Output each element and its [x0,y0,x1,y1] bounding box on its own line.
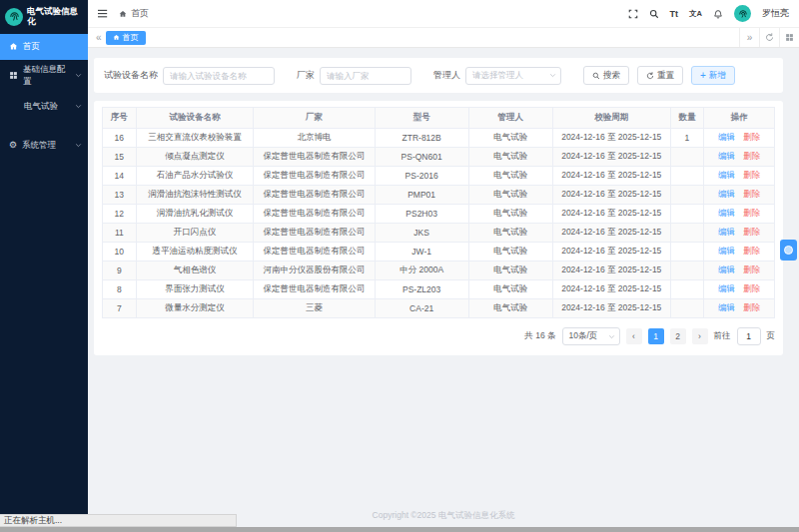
add-button[interactable]: + 新增 [691,66,735,85]
breadcrumb[interactable]: 首页 [119,7,149,20]
tab-home[interactable]: 首页 [106,31,146,45]
sidebar-item-basic-config[interactable]: 基础信息配置 [0,60,88,92]
breadcrumb-label: 首页 [131,7,149,20]
tab-label: 首页 [123,32,139,43]
cell-period: 2024-12-16 至 2025-12-15 [552,167,670,186]
edit-link[interactable]: 编辑 [718,208,735,218]
sidebar-item-system-management[interactable]: ⚙ 系统管理 [0,130,88,162]
delete-link[interactable]: 删除 [743,302,760,312]
top-header: 首页 Tt 文A 罗恒亮 [88,0,799,28]
delete-link[interactable]: 删除 [743,208,760,218]
fullscreen-icon[interactable] [628,9,638,19]
manager-select[interactable]: 请选择管理人 [465,67,561,85]
cell-vendor: 河南中分仪器股份有限公司 [254,262,375,280]
floating-assistant-button[interactable] [780,240,797,261]
edit-link[interactable]: 编辑 [718,132,735,142]
goto-page-input[interactable] [737,327,761,345]
delete-link[interactable]: 删除 [743,265,760,274]
manager-label: 管理人 [433,69,460,82]
delete-link[interactable]: 删除 [743,151,760,161]
vendor-input[interactable] [320,67,411,85]
cell-vendor: 保定普世电器制造有限公司 [254,205,375,224]
cell-operation: 编辑 删除 [704,148,775,167]
bell-icon[interactable] [713,9,723,19]
cell-period: 2024-12-16 至 2025-12-15 [552,129,670,148]
edit-link[interactable]: 编辑 [718,151,735,161]
edit-link[interactable]: 编辑 [718,246,735,256]
tabs-scroll-right-icon[interactable]: » [739,28,759,47]
edit-link[interactable]: 编辑 [718,265,735,274]
cell-no: 15 [103,148,137,167]
table-row: 16 三相交直流仪表校验装置 北京博电 ZTR-812B 电气试验 2024-1… [103,129,775,148]
cell-operation: 编辑 删除 [704,262,775,280]
edit-link[interactable]: 编辑 [718,302,735,312]
refresh-icon [646,72,654,80]
delete-link[interactable]: 删除 [743,283,760,293]
prev-page-icon[interactable]: ‹ [626,328,642,344]
home-icon [9,42,18,51]
translate-icon[interactable]: 文A [689,9,702,19]
edit-link[interactable]: 编辑 [718,170,735,180]
font-size-icon[interactable]: Tt [670,9,679,19]
delete-link[interactable]: 删除 [743,189,760,199]
cell-qty: 1 [670,129,704,148]
next-page-icon[interactable]: › [692,328,708,344]
vendor-label: 厂家 [297,69,315,82]
search-button[interactable]: 搜索 [583,66,629,85]
reset-button[interactable]: 重置 [637,66,683,85]
equipment-table: 序号 试验设备名称 厂家 型号 管理人 校验周期 数量 操作 16 三相交直流仪… [102,107,775,318]
cell-operation: 编辑 删除 [704,280,775,299]
cell-model: PS2H03 [375,205,468,224]
delete-link[interactable]: 删除 [743,227,760,237]
device-name-input[interactable] [163,67,275,85]
edit-link[interactable]: 编辑 [718,227,735,237]
table-header-row: 序号 试验设备名称 厂家 型号 管理人 校验周期 数量 操作 [103,108,775,129]
main-area: 首页 Tt 文A 罗恒亮 « 首页 » [88,0,799,532]
page-button-2[interactable]: 2 [670,328,686,344]
page-size-select[interactable]: 10条/页 [562,327,620,345]
table-row: 10 透平油运动粘度测试仪 保定普世电器制造有限公司 JW-1 电气试验 202… [103,243,775,262]
sidebar-item-home[interactable]: 首页 [0,34,88,60]
user-avatar[interactable] [734,5,751,22]
sidebar-item-electrical-test[interactable]: 电气试验 [0,92,88,122]
fingerprint-logo-icon [5,8,23,26]
tabs-collapse-left-icon[interactable]: « [92,33,106,43]
cell-model: PS-2016 [375,167,468,186]
cell-manager: 电气试验 [468,129,552,148]
col-vendor: 厂家 [254,108,375,129]
cell-model: 中分 2000A [375,262,468,280]
refresh-icon[interactable] [759,28,779,47]
search-icon[interactable] [649,9,659,19]
cell-operation: 编辑 删除 [704,186,775,205]
cell-period: 2024-12-16 至 2025-12-15 [552,243,670,262]
edit-link[interactable]: 编辑 [718,283,735,293]
delete-link[interactable]: 删除 [743,170,760,180]
chevron-down-icon [75,103,82,110]
table-row: 7 微量水分测定仪 三菱 CA-21 电气试验 2024-12-16 至 202… [103,299,775,318]
cell-device-name: 润滑油抗泡沫特性测试仪 [136,186,254,205]
cell-vendor: 保定普世电器制造有限公司 [254,280,375,299]
header-toolbar: Tt 文A 罗恒亮 [628,5,789,22]
cell-no: 16 [103,129,137,148]
cell-operation: 编辑 删除 [704,129,775,148]
delete-link[interactable]: 删除 [743,132,760,142]
layout-grid-icon[interactable] [779,28,799,47]
delete-link[interactable]: 删除 [743,246,760,256]
fingerprint-icon [738,9,748,19]
cell-model: JW-1 [375,243,468,262]
cell-operation: 编辑 删除 [704,205,775,224]
cell-qty [670,299,704,318]
app-title: 电气试验信息化 [27,7,83,27]
hamburger-menu-icon[interactable] [98,8,109,19]
equipment-table-card: 序号 试验设备名称 厂家 型号 管理人 校验周期 数量 操作 16 三相交直流仪… [94,101,783,355]
cell-model: PS-ZL203 [375,280,468,299]
edit-link[interactable]: 编辑 [718,189,735,199]
username[interactable]: 罗恒亮 [762,7,789,20]
sidebar-item-label: 首页 [23,41,40,53]
cell-manager: 电气试验 [468,299,552,318]
cell-model: ZTR-812B [375,129,468,148]
bottom-scrollbar-track[interactable] [0,527,799,532]
table-row: 9 气相色谱仪 河南中分仪器股份有限公司 中分 2000A 电气试验 2024-… [103,262,775,280]
page-button-1[interactable]: 1 [648,328,664,344]
gear-icon: ⚙ [9,141,17,150]
